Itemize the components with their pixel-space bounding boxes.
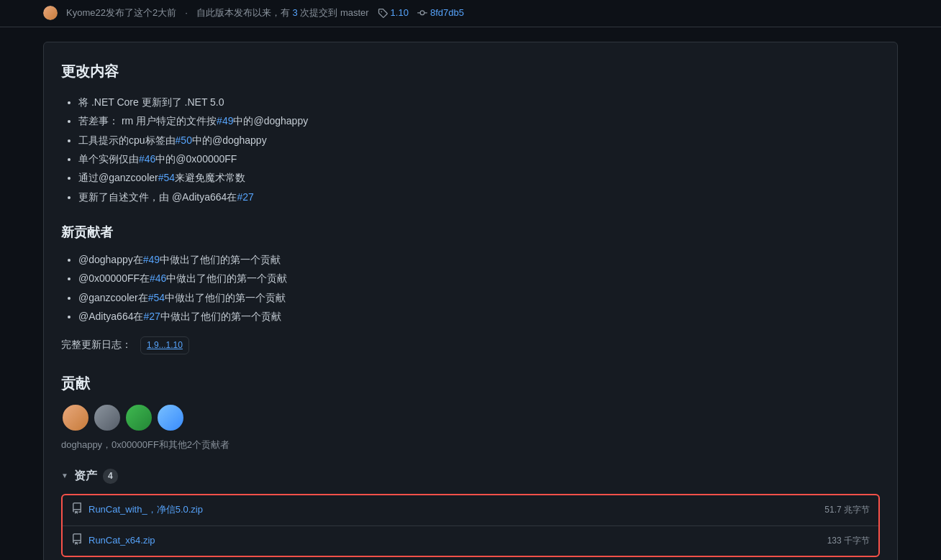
separator: ·	[185, 6, 188, 21]
nc-link-54[interactable]: #54	[148, 292, 165, 303]
list-item: 将 .NET Core 更新到了 .NET 5.0	[78, 94, 880, 110]
top-bar: Kyome22发布了这个2大前 · 自此版本发布以来，有 3 次提交到 mast…	[0, 0, 941, 27]
contributors-text: doghappy，0x00000FF和其他2个贡献者	[61, 438, 880, 453]
list-item: 通过@ganzcooler#54来避免魔术常数	[78, 170, 880, 185]
asset-size-2: 133 千字节	[827, 534, 870, 548]
author-release-text: Kyome22发布了这个2大前	[66, 6, 176, 21]
assets-title: 资产	[74, 467, 97, 485]
contributors-section: 贡献 doghappy，0x00000FF和其他2个贡献者	[61, 372, 880, 453]
asset-row-1: RunCat_with_，净信5.0.zip 51.7 兆字节	[63, 495, 878, 526]
issue-link-46[interactable]: #46	[139, 153, 155, 165]
changelog-badge[interactable]: 1.9...1.10	[140, 336, 189, 354]
contributors-title: 贡献	[61, 372, 880, 395]
changes-title: 更改内容	[61, 60, 880, 83]
main-content: 更改内容 将 .NET Core 更新到了 .NET 5.0 苦差事： rm 用…	[0, 27, 941, 560]
changelog-row: 完整更新日志： 1.9...1.10	[61, 336, 880, 354]
issue-link-50[interactable]: #50	[176, 134, 192, 146]
list-item: @Aditya664在#27中做出了他们的第一个贡献	[78, 308, 880, 324]
issue-link-49[interactable]: #49	[217, 115, 233, 127]
list-item: 工具提示的cpu标签由#50中的@doghappy	[78, 132, 880, 148]
nc-link-27[interactable]: #27	[143, 311, 160, 322]
commit-icon-container: 8fd7db5	[417, 6, 464, 21]
commit-hash-link[interactable]: 8fd7db5	[430, 6, 464, 21]
tag-label[interactable]: 1.10	[391, 6, 409, 21]
avatar-1	[61, 403, 90, 432]
new-contributors-list: @doghappy在#49中做出了他们的第一个贡献 @0x00000FF在#46…	[61, 252, 880, 325]
new-contributors-title: 新贡献者	[61, 222, 880, 243]
commit-info: 自此版本发布以来，有 3 次提交到 master	[196, 6, 369, 21]
highlighted-assets-group: RunCat_with_，净信5.0.zip 51.7 兆字节 RunCat_x…	[61, 494, 880, 557]
release-section: 更改内容 将 .NET Core 更新到了 .NET 5.0 苦差事： rm 用…	[43, 42, 898, 560]
author-avatar	[43, 6, 58, 20]
assets-count: 4	[103, 469, 118, 484]
list-item: 苦差事： rm 用户特定的文件按#49中的@doghappy	[78, 113, 880, 129]
changes-list: 将 .NET Core 更新到了 .NET 5.0 苦差事： rm 用户特定的文…	[61, 94, 880, 205]
asset-row-2: RunCat_x64.zip 133 千字节	[63, 526, 878, 556]
list-item: 单个实例仅由#46中的@0x00000FF	[78, 151, 880, 167]
assets-section: ▼ 资产 4 RunCat_with_，净信5.0.zip	[61, 467, 880, 557]
issue-link-27[interactable]: #27	[237, 191, 253, 203]
nc-link-49[interactable]: #49	[143, 254, 160, 265]
asset-link-2[interactable]: RunCat_x64.zip	[88, 533, 155, 548]
list-item: 更新了自述文件，由 @Aditya664在#27	[78, 189, 880, 205]
avatar-2	[93, 403, 122, 432]
asset-link-1[interactable]: RunCat_with_，净信5.0.zip	[88, 502, 203, 518]
archive-icon-1	[71, 501, 83, 520]
tag-icon	[378, 8, 388, 18]
page-wrapper: Kyome22发布了这个2大前 · 自此版本发布以来，有 3 次提交到 mast…	[0, 0, 941, 560]
changelog-label: 完整更新日志：	[61, 339, 132, 350]
commit-count-link[interactable]: 3	[292, 7, 300, 18]
avatar-3	[124, 403, 153, 432]
nc-link-46[interactable]: #46	[150, 272, 166, 284]
issue-link-54[interactable]: #54	[158, 172, 175, 183]
commit-icon	[417, 8, 427, 18]
tag-icon-container: 1.10	[378, 6, 409, 21]
list-item: @ganzcooler在#54中做出了他们的第一个贡献	[78, 290, 880, 306]
avatar-group	[61, 403, 880, 432]
assets-header[interactable]: ▼ 资产 4	[61, 467, 880, 485]
asset-size-1: 51.7 兆字节	[824, 503, 870, 517]
archive-icon-2	[71, 532, 83, 551]
list-item: @doghappy在#49中做出了他们的第一个贡献	[78, 252, 880, 267]
list-item: @0x00000FF在#46中做出了他们的第一个贡献	[78, 270, 880, 286]
chevron-down-icon: ▼	[61, 470, 68, 482]
avatar-4	[156, 403, 185, 432]
